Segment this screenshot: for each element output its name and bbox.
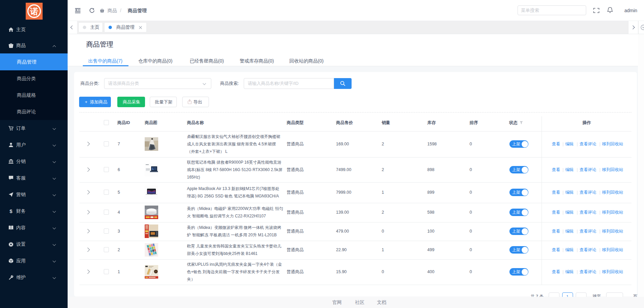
svg-text:诺: 诺 bbox=[30, 7, 38, 16]
svg-text:$: $ bbox=[9, 209, 13, 214]
